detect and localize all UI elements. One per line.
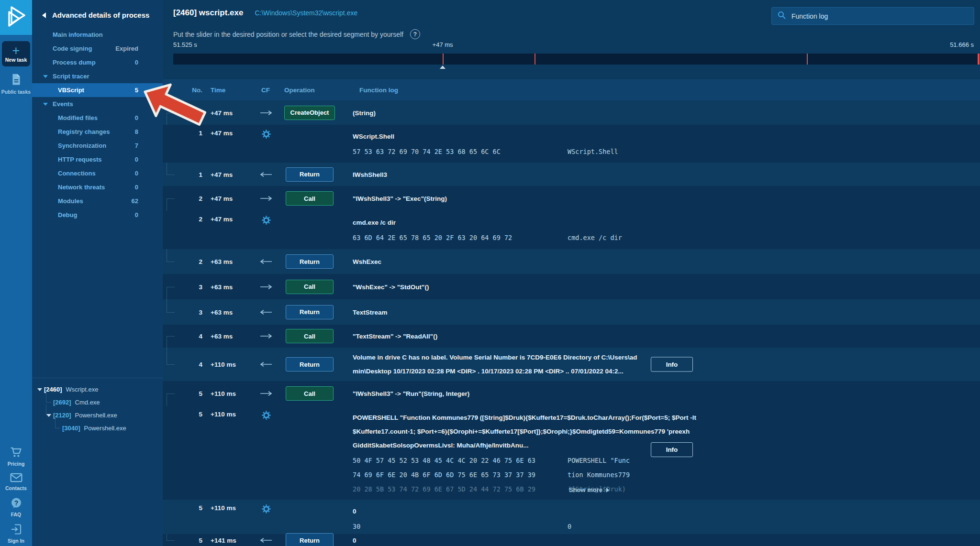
- sidebar-item-value: Expired: [115, 45, 138, 52]
- timeline-event-tick: [443, 54, 444, 65]
- call-button[interactable]: Call: [286, 280, 334, 294]
- chevron-down-icon[interactable]: [37, 388, 42, 391]
- operation-cell: Call: [280, 191, 339, 206]
- call-button[interactable]: Call: [286, 329, 334, 343]
- show-more-link[interactable]: Show more: [569, 486, 609, 493]
- row-number: 4: [182, 361, 202, 368]
- sidebar-item-main-information[interactable]: Main information: [32, 28, 163, 42]
- call-button[interactable]: Call: [286, 191, 334, 206]
- return-button[interactable]: Return: [286, 533, 334, 546]
- tree-connector: [55, 417, 60, 428]
- table-row: 4+63 msCall"TextStream" -> "ReadAll"(): [163, 325, 980, 348]
- row-number: 2: [182, 195, 202, 202]
- row-number: 4: [182, 333, 202, 340]
- arrow-left-icon: [257, 537, 275, 543]
- row-number: 1: [182, 130, 202, 137]
- function-log-table-header: No. Time CF Operation Function log: [163, 79, 980, 100]
- chevron-down-icon[interactable]: [46, 414, 51, 417]
- rail-item-contacts[interactable]: Contacts: [5, 473, 27, 491]
- row-number: 5: [182, 411, 202, 418]
- operation-cell: Return: [280, 254, 339, 269]
- return-button[interactable]: Return: [286, 167, 334, 182]
- function-log-cell: "IWshShell3" -> "Run"(String, Integer): [353, 387, 961, 401]
- play-triangles-icon: [6, 6, 26, 30]
- process-tree-item-2692-cmd-exe[interactable]: [2692]Cmd.exe: [32, 396, 163, 409]
- return-button[interactable]: Return: [286, 254, 334, 269]
- function-log-line: "IWshShell3" -> "Run"(String, Integer): [353, 387, 961, 401]
- sidebar-item-value: 0: [135, 156, 138, 163]
- hex-ascii: tion Kommunes779: [568, 468, 630, 482]
- timeline-cursor-handle[interactable]: [440, 66, 445, 69]
- public-tasks-label: Public tasks: [0, 89, 32, 95]
- info-button[interactable]: Info: [651, 442, 693, 457]
- rail-item-faq[interactable]: ?FAQ: [11, 497, 22, 517]
- row-connector: [167, 287, 175, 300]
- return-button[interactable]: Return: [286, 357, 334, 371]
- sidebar-item-debug[interactable]: Debug0: [32, 208, 163, 222]
- sidebar-item-synchronization[interactable]: Synchronization7: [32, 139, 163, 153]
- chevron-down-icon: [43, 103, 48, 106]
- row-number: 1: [182, 109, 202, 116]
- function-log-cell: IWshShell3: [353, 167, 961, 181]
- sidebar-item-network-threats[interactable]: Network threats0: [32, 180, 163, 194]
- search-input[interactable]: [791, 12, 968, 21]
- return-button[interactable]: Return: [286, 305, 334, 319]
- rail-item-sign-in[interactable]: Sign In: [8, 524, 24, 544]
- timeline-slider[interactable]: [173, 54, 980, 65]
- sidebar-item-modified-files[interactable]: Modified files0: [32, 111, 163, 125]
- sidebar-item-modules[interactable]: Modules62: [32, 194, 163, 208]
- row-connector: [167, 299, 175, 313]
- createobject-button[interactable]: CreateObject: [284, 106, 335, 120]
- hex-dump: 50 4F 57 45 52 53 48 45 4C 4C 20 22 46 7…: [353, 453, 961, 496]
- hex-bytes: 20 28 5B 53 74 72 69 6E 67 5D 24 44 72 7…: [353, 482, 568, 496]
- hex-bytes: 74 69 6F 6E 20 4B 6F 6D 6D 75 6E 65 73 3…: [353, 468, 568, 482]
- help-icon[interactable]: ?: [410, 29, 420, 39]
- sidebar-item-connections[interactable]: Connections0: [32, 166, 163, 180]
- timeline-cursor-label: +47 ms: [433, 41, 453, 48]
- call-button[interactable]: Call: [286, 386, 334, 401]
- public-tasks-button[interactable]: Public tasks: [0, 73, 32, 95]
- function-log-line: "TextStream" -> "ReadAll"(): [353, 329, 961, 343]
- svg-text:?: ?: [14, 499, 18, 507]
- function-log-cell: "TextStream" -> "ReadAll"(): [353, 329, 961, 343]
- sidebar-item-label: Connections: [58, 170, 96, 177]
- sidebar-item-script-tracer[interactable]: Script tracer: [32, 69, 163, 83]
- sidebar-item-vbscript[interactable]: VBScript5: [32, 83, 163, 97]
- hex-line: 74 69 6F 6E 20 4B 6F 6D 6D 75 6E 65 73 3…: [353, 468, 961, 482]
- table-row: 5+110 msCall"IWshShell3" -> "Run"(String…: [163, 381, 980, 406]
- timeline-end-label: 51.666 s: [950, 41, 974, 48]
- row-time: +63 ms: [211, 333, 233, 340]
- sidebar-item-code-signing[interactable]: Code signingExpired: [32, 42, 163, 55]
- sidebar-item-registry-changes[interactable]: Registry changes8: [32, 125, 163, 139]
- process-path-link[interactable]: C:\Windows\System32\wscript.exe: [255, 9, 357, 17]
- search-box[interactable]: [771, 7, 974, 25]
- left-rail: + New task Public tasks PricingContacts?…: [0, 0, 32, 546]
- arrow-right-icon: [257, 284, 275, 290]
- hex-ascii: cmd.exe /c dir: [568, 230, 622, 245]
- row-time: +63 ms: [211, 308, 233, 316]
- sidebar-item-value: 0: [135, 59, 138, 66]
- hex-line: 20 28 5B 53 74 72 69 6E 67 5D 24 44 72 7…: [353, 482, 961, 496]
- sidebar-item-process-dump[interactable]: Process dump0: [32, 55, 163, 69]
- hex-ascii: POWERSHELL "Func: [568, 453, 630, 468]
- process-tree-item-2120-powershell-exe[interactable]: [2120]Powershell.exe: [32, 409, 163, 422]
- rail-item-pricing[interactable]: Pricing: [8, 447, 25, 467]
- new-task-button[interactable]: + New task: [2, 41, 30, 66]
- process-tree-item-3040-powershell-exe[interactable]: [3040]Powershell.exe: [32, 422, 163, 435]
- info-button[interactable]: Info: [651, 357, 693, 372]
- function-log-line: WScript.Shell: [353, 130, 961, 143]
- row-time: +63 ms: [211, 258, 233, 265]
- row-number: 2: [182, 258, 202, 265]
- arrow-left-icon: [257, 361, 275, 367]
- sidebar-item-events[interactable]: Events: [32, 97, 163, 111]
- back-arrow-icon[interactable]: [42, 12, 46, 18]
- hex-dump: 63 6D 64 2E 65 78 65 20 2F 63 20 64 69 7…: [353, 230, 961, 245]
- sidebar-item-value: 7: [135, 142, 138, 149]
- sidebar-title: Advanced details of process: [52, 11, 149, 19]
- process-name: Cmd.exe: [75, 399, 100, 406]
- slider-hint-text: Put the slider in the desired position o…: [173, 31, 403, 38]
- sidebar-item-value: 5: [135, 87, 138, 94]
- sidebar-item-http-requests[interactable]: HTTP requests0: [32, 153, 163, 166]
- process-tree-item-2460-wscript-exe[interactable]: [2460]Wscript.exe: [32, 383, 163, 396]
- app-logo[interactable]: [0, 0, 32, 35]
